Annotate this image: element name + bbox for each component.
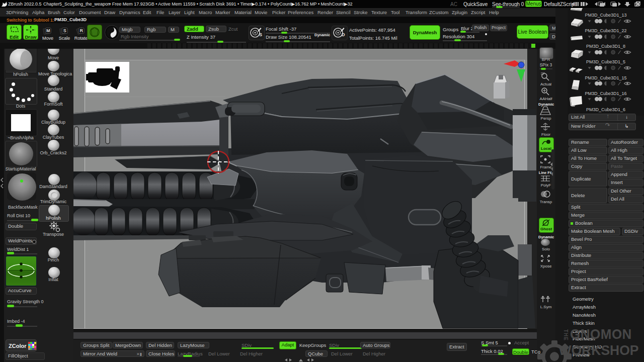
svg-text:M: M	[46, 28, 50, 33]
svg-text:D: D	[342, 32, 345, 37]
svg-text:R: R	[79, 28, 83, 33]
svg-text:S: S	[63, 28, 66, 33]
svg-text:S: S	[259, 32, 262, 37]
